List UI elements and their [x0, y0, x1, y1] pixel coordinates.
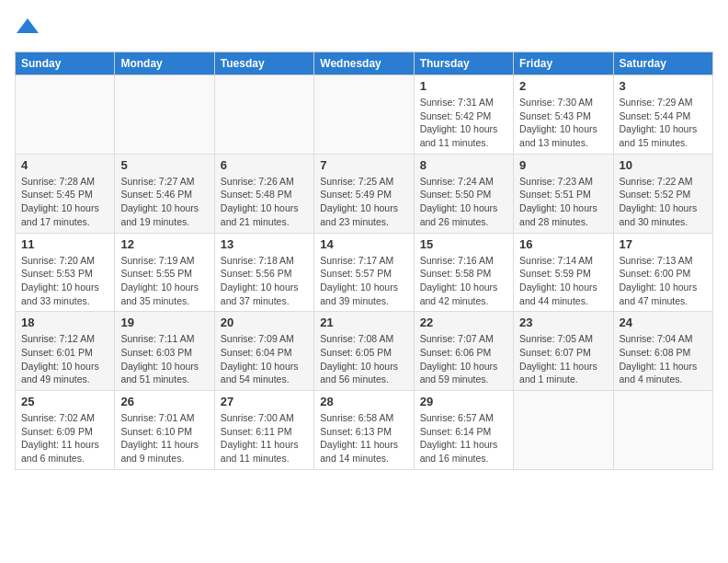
- day-info: Sunrise: 7:07 AM Sunset: 6:06 PM Dayligh…: [420, 332, 507, 386]
- day-number: 25: [21, 395, 108, 408]
- day-info: Sunrise: 7:02 AM Sunset: 6:09 PM Dayligh…: [21, 411, 108, 465]
- day-number: 20: [221, 316, 308, 329]
- day-number: 13: [221, 237, 308, 251]
- day-info: Sunrise: 7:18 AM Sunset: 5:56 PM Dayligh…: [221, 254, 308, 308]
- day-number: 27: [221, 395, 308, 408]
- day-info: Sunrise: 7:30 AM Sunset: 5:43 PM Dayligh…: [519, 96, 607, 150]
- day-number: 24: [620, 316, 707, 329]
- calendar-cell: 15Sunrise: 7:16 AM Sunset: 5:58 PM Dayli…: [414, 233, 513, 312]
- calendar-cell: [115, 75, 214, 155]
- calendar-cell: 9Sunrise: 7:23 AM Sunset: 5:51 PM Daylig…: [514, 154, 613, 233]
- calendar-cell: 6Sunrise: 7:26 AM Sunset: 5:48 PM Daylig…: [214, 154, 313, 233]
- col-header-sunday: Sunday: [16, 52, 115, 75]
- day-info: Sunrise: 7:14 AM Sunset: 5:59 PM Dayligh…: [519, 254, 607, 308]
- calendar-cell: 29Sunrise: 6:57 AM Sunset: 6:14 PM Dayli…: [414, 391, 513, 470]
- calendar-cell: 3Sunrise: 7:29 AM Sunset: 5:44 PM Daylig…: [613, 75, 712, 155]
- calendar-cell: 14Sunrise: 7:17 AM Sunset: 5:57 PM Dayli…: [314, 233, 414, 312]
- day-number: 21: [320, 316, 407, 329]
- calendar-header-row: SundayMondayTuesdayWednesdayThursdayFrid…: [16, 52, 713, 75]
- day-number: 22: [420, 316, 507, 329]
- calendar-cell: [514, 391, 613, 470]
- day-info: Sunrise: 6:57 AM Sunset: 6:14 PM Dayligh…: [420, 411, 507, 465]
- day-number: 26: [120, 395, 208, 408]
- day-info: Sunrise: 7:00 AM Sunset: 6:11 PM Dayligh…: [221, 411, 308, 465]
- calendar-cell: 10Sunrise: 7:22 AM Sunset: 5:52 PM Dayli…: [613, 154, 712, 233]
- col-header-saturday: Saturday: [613, 52, 712, 75]
- logo-icon: [15, 15, 40, 40]
- day-number: 1: [420, 79, 507, 93]
- col-header-wednesday: Wednesday: [314, 52, 414, 75]
- logo: [15, 15, 44, 40]
- calendar-cell: 18Sunrise: 7:12 AM Sunset: 6:01 PM Dayli…: [16, 312, 115, 391]
- calendar-cell: 26Sunrise: 7:01 AM Sunset: 6:10 PM Dayli…: [115, 391, 214, 470]
- day-number: 4: [21, 158, 108, 172]
- calendar-cell: 13Sunrise: 7:18 AM Sunset: 5:56 PM Dayli…: [214, 233, 313, 312]
- calendar-cell: 25Sunrise: 7:02 AM Sunset: 6:09 PM Dayli…: [16, 391, 115, 470]
- calendar-cell: 22Sunrise: 7:07 AM Sunset: 6:06 PM Dayli…: [414, 312, 513, 391]
- day-number: 7: [320, 158, 407, 172]
- calendar-cell: 8Sunrise: 7:24 AM Sunset: 5:50 PM Daylig…: [414, 154, 513, 233]
- day-info: Sunrise: 7:08 AM Sunset: 6:05 PM Dayligh…: [320, 332, 407, 386]
- calendar-cell: 19Sunrise: 7:11 AM Sunset: 6:03 PM Dayli…: [115, 312, 214, 391]
- calendar-week-2: 4Sunrise: 7:28 AM Sunset: 5:45 PM Daylig…: [16, 154, 713, 233]
- day-info: Sunrise: 7:25 AM Sunset: 5:49 PM Dayligh…: [320, 175, 407, 229]
- day-number: 15: [420, 237, 507, 251]
- calendar-cell: 12Sunrise: 7:19 AM Sunset: 5:55 PM Dayli…: [115, 233, 214, 312]
- day-number: 8: [420, 158, 507, 172]
- day-number: 10: [620, 158, 707, 172]
- calendar-cell: 20Sunrise: 7:09 AM Sunset: 6:04 PM Dayli…: [214, 312, 313, 391]
- day-info: Sunrise: 7:17 AM Sunset: 5:57 PM Dayligh…: [320, 254, 407, 308]
- day-info: Sunrise: 7:27 AM Sunset: 5:46 PM Dayligh…: [120, 175, 208, 229]
- calendar-cell: [613, 391, 712, 470]
- calendar-cell: 7Sunrise: 7:25 AM Sunset: 5:49 PM Daylig…: [314, 154, 414, 233]
- day-info: Sunrise: 7:29 AM Sunset: 5:44 PM Dayligh…: [620, 96, 707, 150]
- day-number: 6: [221, 158, 308, 172]
- col-header-monday: Monday: [115, 52, 214, 75]
- day-info: Sunrise: 7:12 AM Sunset: 6:01 PM Dayligh…: [21, 332, 108, 386]
- day-info: Sunrise: 7:11 AM Sunset: 6:03 PM Dayligh…: [120, 332, 208, 386]
- day-info: Sunrise: 7:09 AM Sunset: 6:04 PM Dayligh…: [221, 332, 308, 386]
- day-number: 12: [120, 237, 208, 251]
- day-number: 28: [320, 395, 407, 408]
- calendar-cell: 16Sunrise: 7:14 AM Sunset: 5:59 PM Dayli…: [514, 233, 613, 312]
- day-info: Sunrise: 7:31 AM Sunset: 5:42 PM Dayligh…: [420, 96, 507, 150]
- calendar-cell: 27Sunrise: 7:00 AM Sunset: 6:11 PM Dayli…: [214, 391, 313, 470]
- calendar-cell: 11Sunrise: 7:20 AM Sunset: 5:53 PM Dayli…: [16, 233, 115, 312]
- calendar-table: SundayMondayTuesdayWednesdayThursdayFrid…: [15, 52, 713, 470]
- page-header: [15, 15, 713, 40]
- calendar-cell: 2Sunrise: 7:30 AM Sunset: 5:43 PM Daylig…: [514, 75, 613, 155]
- day-info: Sunrise: 7:04 AM Sunset: 6:08 PM Dayligh…: [620, 332, 707, 386]
- col-header-friday: Friday: [514, 52, 613, 75]
- day-number: 16: [519, 237, 607, 251]
- day-number: 9: [519, 158, 607, 172]
- day-number: 11: [21, 237, 108, 251]
- day-info: Sunrise: 7:28 AM Sunset: 5:45 PM Dayligh…: [21, 175, 108, 229]
- calendar-cell: [16, 75, 115, 155]
- day-number: 29: [420, 395, 507, 408]
- calendar-cell: [214, 75, 313, 155]
- day-info: Sunrise: 7:19 AM Sunset: 5:55 PM Dayligh…: [120, 254, 208, 308]
- day-info: Sunrise: 7:24 AM Sunset: 5:50 PM Dayligh…: [420, 175, 507, 229]
- calendar-week-4: 18Sunrise: 7:12 AM Sunset: 6:01 PM Dayli…: [16, 312, 713, 391]
- day-number: 17: [620, 237, 707, 251]
- calendar-cell: 23Sunrise: 7:05 AM Sunset: 6:07 PM Dayli…: [514, 312, 613, 391]
- calendar-cell: 28Sunrise: 6:58 AM Sunset: 6:13 PM Dayli…: [314, 391, 414, 470]
- calendar-cell: 5Sunrise: 7:27 AM Sunset: 5:46 PM Daylig…: [115, 154, 214, 233]
- calendar-cell: 24Sunrise: 7:04 AM Sunset: 6:08 PM Dayli…: [613, 312, 712, 391]
- day-info: Sunrise: 7:23 AM Sunset: 5:51 PM Dayligh…: [519, 175, 607, 229]
- calendar-week-3: 11Sunrise: 7:20 AM Sunset: 5:53 PM Dayli…: [16, 233, 713, 312]
- day-info: Sunrise: 7:22 AM Sunset: 5:52 PM Dayligh…: [620, 175, 707, 229]
- day-info: Sunrise: 6:58 AM Sunset: 6:13 PM Dayligh…: [320, 411, 407, 465]
- day-number: 2: [519, 79, 607, 93]
- col-header-tuesday: Tuesday: [214, 52, 313, 75]
- day-info: Sunrise: 7:20 AM Sunset: 5:53 PM Dayligh…: [21, 254, 108, 308]
- day-number: 3: [620, 79, 707, 93]
- calendar-cell: 1Sunrise: 7:31 AM Sunset: 5:42 PM Daylig…: [414, 75, 513, 155]
- day-info: Sunrise: 7:26 AM Sunset: 5:48 PM Dayligh…: [221, 175, 308, 229]
- day-info: Sunrise: 7:05 AM Sunset: 6:07 PM Dayligh…: [519, 332, 607, 386]
- day-number: 23: [519, 316, 607, 329]
- day-number: 5: [120, 158, 208, 172]
- col-header-thursday: Thursday: [414, 52, 513, 75]
- calendar-cell: 4Sunrise: 7:28 AM Sunset: 5:45 PM Daylig…: [16, 154, 115, 233]
- day-number: 14: [320, 237, 407, 251]
